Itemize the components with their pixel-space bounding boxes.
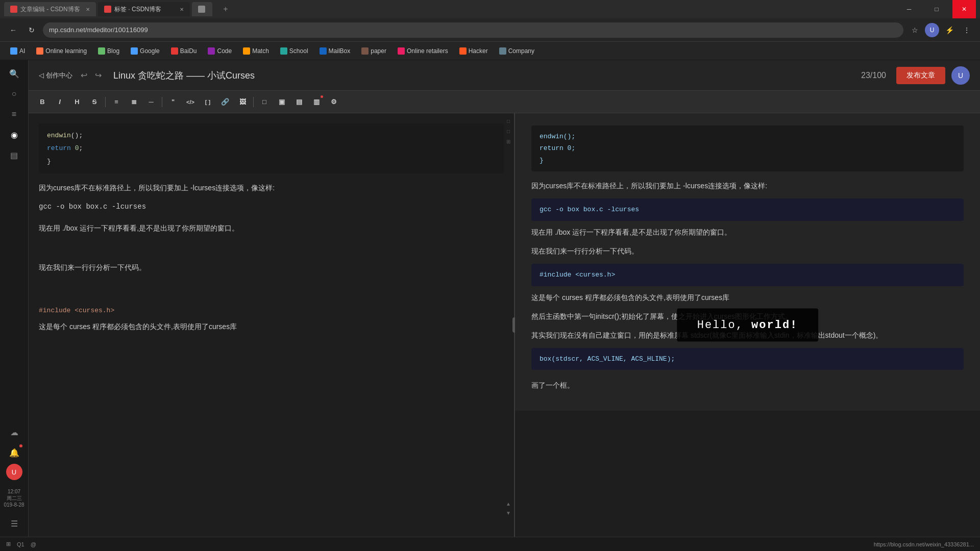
browser-tab-1[interactable]: 文章编辑 - CSDN博客 ✕ (4, 2, 96, 16)
sidebar-search-icon[interactable]: 🔍 (5, 64, 23, 83)
bookmark-online-learning-icon (36, 47, 43, 55)
side-icon-3[interactable]: ⊞ (505, 138, 512, 145)
profile-btn[interactable]: U (925, 23, 939, 37)
bookmark-match[interactable]: Match (239, 46, 273, 56)
new-tab-btn[interactable]: + (218, 2, 233, 16)
scroll-down-btn[interactable]: ▼ (505, 509, 512, 516)
bookmark-mailbox[interactable]: MailBox (315, 46, 355, 56)
italic-btn[interactable]: I (52, 94, 67, 110)
preview-code-top: endwin(); return 0; } (531, 126, 964, 171)
ul-btn[interactable]: ≡ (109, 94, 124, 110)
bookmark-baidu-icon (171, 47, 178, 55)
redo-btn[interactable]: ↪ (91, 68, 105, 83)
user-avatar[interactable]: U (951, 66, 970, 85)
back-button[interactable]: ← (6, 23, 20, 37)
tab-close-2[interactable]: ✕ (180, 7, 184, 12)
bookmark-company-label: Company (508, 47, 534, 55)
sidebar-list-icon[interactable]: ☰ (5, 514, 23, 533)
refresh-button[interactable]: ↻ (24, 23, 39, 37)
side-icon-2[interactable]: □ (505, 128, 512, 135)
sidebar-active-icon[interactable]: ◉ (5, 126, 23, 144)
preview-para-7: 画了一个框。 (531, 379, 964, 392)
editor-left-pane[interactable]: endwin(); return 0; } 因为curses库不在标准路径上，所… (29, 113, 514, 537)
preview-code-endwin: endwin(); (540, 131, 955, 142)
preview-right-pane[interactable]: endwin(); return 0; } 因为curses库不在标准路径上，所… (515, 113, 980, 411)
back-label: 创作中心 (46, 71, 72, 80)
sidebar-cloud-icon[interactable]: ☁ (5, 423, 23, 441)
bookmark-company[interactable]: Company (495, 46, 538, 56)
fullscreen-btn[interactable]: ▤ (291, 94, 307, 110)
settings-btn[interactable]: ⚙ (326, 94, 341, 110)
bookmark-google[interactable]: Google (127, 46, 164, 56)
article-counter: 23/100 (861, 71, 886, 80)
split-view-btn[interactable]: ▣ (274, 94, 289, 110)
strikethrough-btn[interactable]: S (87, 94, 102, 110)
link-btn[interactable]: 🔗 (217, 94, 233, 110)
status-user: @ (31, 541, 36, 547)
table-btn[interactable]: □ (257, 94, 272, 110)
quote-btn[interactable]: " (165, 94, 181, 110)
status-right: https://blog.csdn.net/weixin_43336281... (874, 541, 974, 547)
preview-para-1: 因为curses库不在标准路径上，所以我们要加上 -lcurses连接选项，像这… (531, 180, 964, 192)
status-left: ⊞ Q1 @ (6, 541, 36, 547)
toolbar-sep-1 (105, 97, 106, 107)
browser-sidebar: 🔍 ○ ≡ ◉ ▤ ☁ 🔔 U 12:07 周二三 019-8-28 ☰ ▶ (0, 60, 29, 537)
bookmark-online-learning[interactable]: Online learning (32, 46, 91, 56)
scroll-up-btn[interactable]: ▲ (505, 500, 512, 507)
hello-world-text: Hello, world! (697, 319, 798, 332)
close-btn[interactable]: ✕ (952, 0, 976, 18)
bookmark-code[interactable]: Code (204, 46, 236, 56)
code-line-2: return 0; (47, 142, 496, 154)
editor-para-3: 现在用 ./box 运行一下程序看看,是不是出现了你所期望的窗口。 (39, 222, 504, 235)
preview-code-box: box(stdscr, ACS_VLINE, ACS_HLINE); (531, 348, 964, 370)
star-btn[interactable]: ☆ (908, 23, 922, 37)
sidebar-downloads-icon[interactable]: ▤ (5, 146, 23, 164)
tab-close-1[interactable]: ✕ (86, 7, 90, 12)
bookmark-hacker-icon (459, 47, 467, 55)
back-to-center-btn[interactable]: ◁ 创作中心 (39, 71, 72, 80)
preview-code-include: #include <curses.h> (531, 264, 964, 286)
status-bar: ⊞ Q1 @ https://blog.csdn.net/weixin_4333… (0, 537, 980, 551)
bookmark-ai[interactable]: AI (6, 46, 29, 56)
sidebar-time: 12:07 周二三 019-8-28 (4, 488, 24, 508)
ol-btn[interactable]: ≣ (126, 94, 141, 110)
code-block-btn[interactable]: [ ] (200, 94, 215, 110)
code-inline-btn[interactable]: </> (183, 94, 198, 110)
bookmark-baidu[interactable]: BaiDu (167, 46, 201, 56)
extensions-btn[interactable]: ⚡ (942, 23, 957, 37)
menu-btn[interactable]: ⋮ (960, 23, 974, 37)
sidebar-history-icon[interactable]: ≡ (5, 105, 23, 123)
more-btn[interactable]: ▥ (309, 94, 324, 110)
minimize-btn[interactable]: ─ (897, 0, 921, 18)
sidebar-home-icon[interactable]: ○ (5, 85, 23, 103)
bookmark-school-icon (280, 47, 287, 55)
image-btn[interactable]: 🖼 (235, 94, 250, 110)
editor-para-4: 现在我们来一行行分析一下代码。 (39, 261, 504, 274)
publish-button[interactable]: 发布文章 (896, 67, 945, 84)
side-icon-1[interactable]: □ (505, 117, 512, 124)
bookmark-blog[interactable]: Blog (94, 46, 124, 56)
bookmark-paper[interactable]: paper (357, 46, 390, 56)
address-bar[interactable]: mp.csdn.net/mdeditor/100116099 (43, 22, 903, 38)
sidebar-user-icon[interactable]: U (6, 464, 22, 480)
bookmark-match-icon (243, 47, 250, 55)
bookmark-school[interactable]: School (276, 46, 312, 56)
bookmark-online-retailers[interactable]: Online retailers (394, 46, 452, 56)
bookmark-hacker-label: Hacker (469, 47, 488, 55)
preview-para-4: 这是每个 curses 程序都必须包含的头文件,表明使用了curses库 (531, 291, 964, 304)
editor-title: Linux 贪吃蛇之路 —— 小试Curses (113, 69, 861, 82)
hr-btn[interactable]: ─ (143, 94, 159, 110)
code-block-top: endwin(); return 0; } (39, 123, 504, 173)
bookmark-blog-label: Blog (107, 47, 119, 55)
bookmark-hacker[interactable]: Hacker (455, 46, 492, 56)
bookmark-google-icon (131, 47, 138, 55)
browser-tab-2[interactable]: 标签 · CSDN博客 ✕ (98, 2, 190, 16)
heading-btn[interactable]: H (69, 94, 85, 110)
maximize-btn[interactable]: □ (925, 0, 948, 18)
browser-tab-3[interactable] (192, 2, 212, 16)
undo-btn[interactable]: ↩ (77, 68, 91, 83)
bookmark-online-learning-label: Online learning (45, 47, 87, 55)
tab-label-1: 文章编辑 - CSDN博客 (20, 5, 80, 14)
bold-btn[interactable]: B (35, 94, 50, 110)
sidebar-notifications-icon[interactable]: 🔔 (5, 443, 23, 462)
